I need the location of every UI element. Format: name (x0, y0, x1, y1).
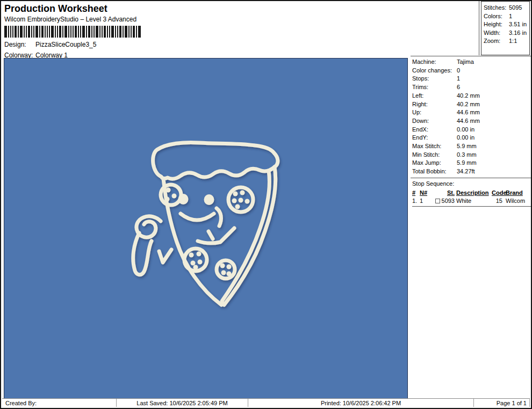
machine-info-row: Left: 40.2 mm (412, 92, 532, 100)
machine-info-row: Color changes: 0 (412, 67, 532, 75)
pepperoni-dot (193, 265, 198, 270)
pepperoni-dot (166, 188, 171, 193)
barcode-bar (62, 26, 63, 38)
stat-label: Stitches: (484, 4, 509, 12)
barcode-bar (28, 26, 30, 38)
machine-info-value: 44.6 mm (457, 108, 480, 117)
barcode-bar (111, 26, 114, 38)
col-header-brand: Brand (506, 189, 532, 197)
crust-outline (153, 142, 278, 179)
col-header-description: Description (456, 189, 492, 197)
machine-info-row: Min Stitch: 0.3 mm (412, 151, 532, 159)
stat-value: 1:1 (509, 37, 517, 46)
barcode-bar (10, 26, 11, 38)
barcode-bar (107, 26, 108, 38)
stat-value: 3.51 in (509, 20, 527, 29)
machine-info-label: EndX: (412, 126, 457, 134)
machine-info-list: Machine: Tajima Color changes: 0 Stops: … (412, 58, 532, 176)
barcode-bar (123, 26, 124, 38)
left-arm-pennant (159, 250, 171, 262)
barcode-bar (73, 26, 74, 38)
app-subtitle: Wilcom EmbroideryStudio – Level 3 Advanc… (4, 16, 143, 23)
barcode-bar (33, 26, 34, 38)
barcode-bar (80, 26, 81, 38)
machine-info-value: 6 (457, 83, 460, 92)
machine-info-row: EndX: 0.00 in (412, 126, 532, 134)
small-arm (198, 228, 234, 243)
machine-info-label: Total Bobbin: (412, 167, 457, 176)
pepperoni-dot (227, 272, 232, 276)
barcode-bar (75, 26, 77, 38)
barcode-bar (31, 26, 32, 38)
barcode-bar (136, 26, 137, 38)
pepperoni-dot (197, 252, 202, 257)
barcode-bar (12, 26, 13, 38)
machine-info-value: 34.27ft (457, 167, 475, 176)
stop-table-body: 1. 1 5093 White 15 Wilcom (412, 197, 532, 205)
design-value: PizzaSliceCouple3_5 (35, 41, 96, 48)
stop-row-num: 1. (412, 197, 420, 205)
stop-sequence-section: Stop Sequence: # N# St. Description Code… (411, 178, 532, 207)
machine-info-row: Stops: 1 (412, 75, 532, 83)
stat-label: Height: (484, 20, 509, 29)
barcode-bar (15, 26, 17, 38)
barcode-bar (4, 26, 7, 38)
pepperoni-dot (220, 264, 225, 268)
machine-info-label: Left: (412, 92, 457, 100)
barcode-bar (117, 26, 118, 38)
machine-info-row: EndY: 0.00 in (412, 134, 532, 142)
barcode-bar (51, 26, 54, 38)
machine-info-panel: Machine: Tajima Color changes: 0 Stops: … (411, 56, 532, 207)
stat-value: 1 (509, 12, 512, 21)
machine-info-value: 40.2 mm (457, 100, 480, 109)
pepperoni-dot (245, 199, 250, 204)
barcode-bar (78, 26, 79, 38)
stop-row-description: White (456, 197, 492, 205)
machine-info-value: 1 (457, 75, 460, 83)
pepperoni-dot (235, 204, 240, 209)
stat-value: 5095 (509, 4, 522, 12)
stop-row-brand: Wilcom (506, 197, 532, 205)
machine-info-label: Stops: (412, 75, 457, 83)
pepperoni-dot (221, 271, 226, 275)
barcode-bar (86, 26, 87, 38)
machine-info-label: Up: (412, 108, 457, 117)
barcode-bar (109, 26, 110, 38)
machine-info-value: 5.9 mm (457, 142, 477, 151)
pepperoni-dot (240, 191, 245, 195)
machine-info-value: 0.00 in (457, 134, 475, 142)
machine-info-label: Color changes: (412, 67, 457, 75)
pepperoni-dot (189, 253, 194, 258)
header-divider (479, 1, 479, 55)
design-barcode (4, 26, 143, 38)
machine-info-row: Down: 44.6 mm (412, 117, 532, 126)
machine-info-label: Trims: (412, 83, 457, 92)
last-saved-cell: Last Saved: 10/6/2025 2:05:49 PM (117, 399, 248, 407)
barcode-bar (35, 26, 38, 38)
barcode-bar (115, 26, 116, 38)
stat-label: Zoom: (484, 37, 509, 46)
pepperoni-dot (233, 192, 238, 196)
machine-info-row: Trims: 6 (412, 83, 532, 92)
barcode-bar (26, 26, 27, 38)
machine-info-label: EndY: (412, 134, 457, 142)
machine-info-label: Min Stitch: (412, 151, 457, 159)
footer: Created By: Last Saved: 10/6/2025 2:05:4… (2, 398, 530, 407)
pepperoni-bottom-right (217, 260, 235, 279)
stat-row: Zoom: 1:1 (484, 37, 529, 46)
smile (181, 214, 214, 220)
barcode-bar (70, 26, 71, 38)
barcode-bar (64, 26, 67, 38)
machine-info-value: 44.6 mm (457, 117, 480, 126)
thread-checkbox (435, 199, 440, 203)
col-header-code: Code (492, 189, 506, 197)
barcode-bar (20, 26, 23, 38)
machine-info-row: Max Stitch: 5.9 mm (412, 142, 532, 151)
pepperoni-dot (198, 260, 203, 265)
machine-info-label: Down: (412, 117, 457, 126)
barcode-bar (82, 26, 85, 38)
pepperoni-dot (239, 198, 243, 203)
barcode-bar (18, 26, 19, 38)
stop-row-stitches-cell: 5093 (430, 197, 456, 205)
right-eye (204, 194, 214, 205)
